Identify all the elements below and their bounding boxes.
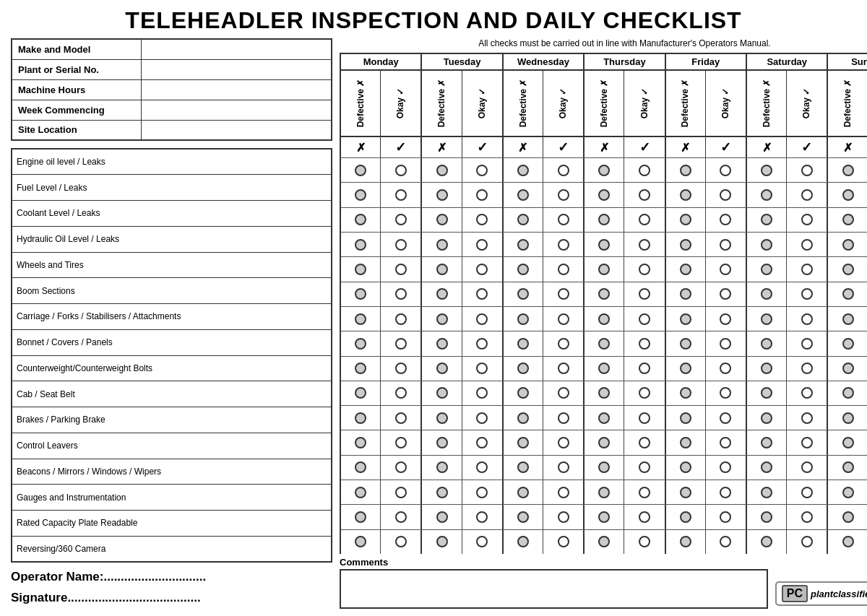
defective-circle-cell[interactable] bbox=[422, 430, 462, 454]
defective-circle-cell[interactable] bbox=[666, 480, 706, 504]
okay-circle-cell[interactable] bbox=[543, 505, 583, 529]
defective-circle-cell[interactable] bbox=[504, 257, 543, 281]
okay-circle-cell[interactable] bbox=[706, 430, 746, 454]
defective-circle-cell[interactable] bbox=[422, 331, 462, 355]
defective-circle-cell[interactable] bbox=[585, 357, 624, 381]
defective-circle-cell[interactable] bbox=[422, 357, 462, 381]
defective-circle-cell[interactable] bbox=[341, 406, 381, 430]
defective-circle-cell[interactable] bbox=[585, 257, 624, 281]
okay-circle-cell[interactable] bbox=[381, 257, 420, 281]
defective-circle-cell[interactable] bbox=[422, 530, 462, 554]
okay-circle-cell[interactable] bbox=[787, 530, 827, 554]
defective-circle-cell[interactable] bbox=[422, 208, 462, 232]
defective-circle-cell[interactable] bbox=[666, 505, 706, 529]
okay-circle-cell[interactable] bbox=[787, 430, 827, 454]
okay-circle-cell[interactable] bbox=[787, 158, 827, 182]
defective-circle-cell[interactable] bbox=[422, 307, 462, 331]
okay-circle-cell[interactable] bbox=[787, 257, 827, 281]
defective-circle-cell[interactable] bbox=[666, 183, 706, 207]
defective-circle-cell[interactable] bbox=[585, 530, 624, 554]
okay-circle-cell[interactable] bbox=[706, 505, 746, 529]
okay-circle-cell[interactable] bbox=[624, 381, 664, 405]
defective-circle-cell[interactable] bbox=[666, 357, 706, 381]
okay-circle-cell[interactable] bbox=[381, 456, 420, 480]
defective-circle-cell[interactable] bbox=[828, 183, 867, 207]
defective-circle-cell[interactable] bbox=[666, 233, 706, 256]
okay-circle-cell[interactable] bbox=[543, 208, 583, 232]
okay-circle-cell[interactable] bbox=[462, 282, 502, 306]
defective-circle-cell[interactable] bbox=[747, 331, 787, 355]
defective-circle-cell[interactable] bbox=[747, 233, 787, 256]
defective-circle-cell[interactable] bbox=[666, 530, 706, 554]
defective-circle-cell[interactable] bbox=[747, 208, 787, 232]
okay-circle-cell[interactable] bbox=[706, 183, 746, 207]
defective-circle-cell[interactable] bbox=[504, 307, 543, 331]
okay-circle-cell[interactable] bbox=[787, 208, 827, 232]
okay-circle-cell[interactable] bbox=[381, 331, 420, 355]
defective-circle-cell[interactable] bbox=[828, 456, 867, 480]
defective-circle-cell[interactable] bbox=[341, 530, 381, 554]
defective-circle-cell[interactable] bbox=[666, 381, 706, 405]
okay-circle-cell[interactable] bbox=[462, 208, 502, 232]
defective-circle-cell[interactable] bbox=[828, 282, 867, 306]
defective-circle-cell[interactable] bbox=[585, 456, 624, 480]
okay-circle-cell[interactable] bbox=[787, 381, 827, 405]
okay-circle-cell[interactable] bbox=[624, 430, 664, 454]
okay-circle-cell[interactable] bbox=[624, 233, 664, 256]
okay-circle-cell[interactable] bbox=[543, 381, 583, 405]
info-value-serial[interactable] bbox=[142, 59, 332, 79]
defective-circle-cell[interactable] bbox=[828, 357, 867, 381]
defective-circle-cell[interactable] bbox=[341, 357, 381, 381]
info-value-site[interactable] bbox=[142, 120, 332, 140]
okay-circle-cell[interactable] bbox=[624, 282, 664, 306]
okay-circle-cell[interactable] bbox=[624, 357, 664, 381]
defective-circle-cell[interactable] bbox=[504, 430, 543, 454]
okay-circle-cell[interactable] bbox=[706, 406, 746, 430]
defective-circle-cell[interactable] bbox=[828, 331, 867, 355]
okay-circle-cell[interactable] bbox=[624, 480, 664, 504]
defective-circle-cell[interactable] bbox=[504, 233, 543, 256]
okay-circle-cell[interactable] bbox=[381, 233, 420, 256]
okay-circle-cell[interactable] bbox=[624, 208, 664, 232]
okay-circle-cell[interactable] bbox=[462, 307, 502, 331]
okay-circle-cell[interactable] bbox=[706, 530, 746, 554]
okay-circle-cell[interactable] bbox=[706, 158, 746, 182]
defective-circle-cell[interactable] bbox=[747, 430, 787, 454]
defective-circle-cell[interactable] bbox=[828, 505, 867, 529]
defective-circle-cell[interactable] bbox=[666, 208, 706, 232]
info-value-hours[interactable] bbox=[142, 79, 332, 100]
okay-circle-cell[interactable] bbox=[787, 456, 827, 480]
okay-circle-cell[interactable] bbox=[543, 530, 583, 554]
defective-circle-cell[interactable] bbox=[828, 480, 867, 504]
okay-circle-cell[interactable] bbox=[787, 233, 827, 256]
defective-circle-cell[interactable] bbox=[341, 505, 381, 529]
okay-circle-cell[interactable] bbox=[706, 480, 746, 504]
defective-circle-cell[interactable] bbox=[666, 331, 706, 355]
okay-circle-cell[interactable] bbox=[462, 257, 502, 281]
okay-circle-cell[interactable] bbox=[381, 381, 420, 405]
okay-circle-cell[interactable] bbox=[462, 456, 502, 480]
okay-circle-cell[interactable] bbox=[624, 530, 664, 554]
defective-circle-cell[interactable] bbox=[747, 357, 787, 381]
defective-circle-cell[interactable] bbox=[341, 183, 381, 207]
defective-circle-cell[interactable] bbox=[666, 456, 706, 480]
defective-circle-cell[interactable] bbox=[828, 307, 867, 331]
defective-circle-cell[interactable] bbox=[422, 282, 462, 306]
defective-circle-cell[interactable] bbox=[504, 282, 543, 306]
okay-circle-cell[interactable] bbox=[706, 357, 746, 381]
okay-circle-cell[interactable] bbox=[381, 208, 420, 232]
okay-circle-cell[interactable] bbox=[706, 208, 746, 232]
okay-circle-cell[interactable] bbox=[787, 357, 827, 381]
okay-circle-cell[interactable] bbox=[543, 480, 583, 504]
okay-circle-cell[interactable] bbox=[543, 331, 583, 355]
defective-circle-cell[interactable] bbox=[828, 208, 867, 232]
defective-circle-cell[interactable] bbox=[504, 208, 543, 232]
defective-circle-cell[interactable] bbox=[747, 406, 787, 430]
okay-circle-cell[interactable] bbox=[543, 233, 583, 256]
defective-circle-cell[interactable] bbox=[666, 406, 706, 430]
defective-circle-cell[interactable] bbox=[666, 257, 706, 281]
okay-circle-cell[interactable] bbox=[381, 505, 420, 529]
defective-circle-cell[interactable] bbox=[504, 158, 543, 182]
defective-circle-cell[interactable] bbox=[828, 530, 867, 554]
defective-circle-cell[interactable] bbox=[666, 307, 706, 331]
